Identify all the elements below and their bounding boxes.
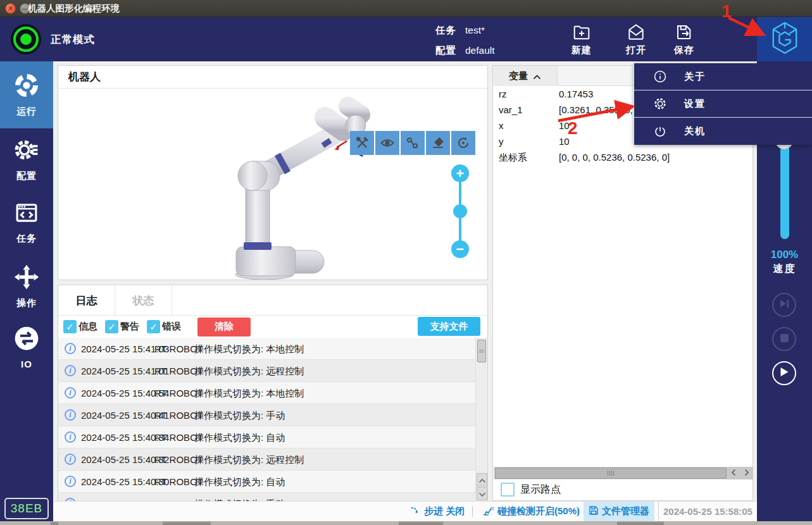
- config-label: 配置: [435, 45, 456, 56]
- info-icon: [653, 70, 667, 83]
- clock: 2024-05-25 15:58:05: [658, 502, 753, 521]
- scroll-left-button[interactable]: [727, 467, 740, 479]
- waypoint-path-button[interactable]: [401, 131, 425, 155]
- hscrollbar-thumb[interactable]: [495, 467, 727, 479]
- sidebar-item-label: 任务: [16, 233, 37, 245]
- menu-item-shutdown[interactable]: 关机: [634, 118, 812, 145]
- close-icon[interactable]: ✕: [5, 3, 16, 14]
- log-scrollbar[interactable]: [475, 338, 487, 501]
- file-manager-button[interactable]: 文件管理器: [584, 502, 654, 521]
- save-task-button[interactable]: 保存: [663, 20, 705, 59]
- play-button[interactable]: [772, 361, 796, 385]
- robot-panel: 机器人: [58, 65, 488, 280]
- variable-value: 0.17453: [559, 86, 593, 102]
- speed-slider-track[interactable]: [780, 142, 789, 239]
- tab-log[interactable]: 日志: [58, 285, 115, 316]
- log-row[interactable]: i2024-05-25 15:40:54RT ROBOT操作模式切换为: 本地控…: [58, 382, 475, 404]
- chevron-right-icon: [744, 467, 749, 479]
- config-value: default: [465, 45, 495, 56]
- stop-icon: [780, 333, 789, 345]
- robot-3d-viewport[interactable]: [58, 89, 487, 280]
- support-files-button[interactable]: 支持文件: [418, 317, 480, 336]
- log-row[interactable]: i2024-05-25 15:40:34RT ROBOT操作模式切换为: 自动: [58, 426, 475, 448]
- stop-button[interactable]: [772, 327, 796, 351]
- log-row[interactable]: i2024-05-25 15:40:08RT ROBOT操作模式切换为: 手动: [58, 493, 475, 501]
- log-filters: ✓ 信息 ✓ 警告 ✓ 错误 清除 支持文件: [58, 316, 487, 338]
- info-icon: i: [65, 431, 76, 443]
- variable-value: [0, 0, 0, 0.5236, 0.5236, 0]: [559, 149, 670, 165]
- new-task-button[interactable]: 新建: [561, 20, 603, 59]
- scrollbar-thumb[interactable]: [477, 340, 486, 362]
- eraser-button[interactable]: [426, 131, 450, 155]
- zoom-in-button[interactable]: [451, 164, 469, 182]
- log-row[interactable]: i2024-05-25 15:41:03RT ROBOT操作模式切换为: 本地控…: [58, 338, 475, 360]
- variable-name: x: [499, 118, 504, 133]
- app-window: ✕ — 机器人图形化编程环境 正常模式 任务test* 配置default 新建…: [0, 0, 812, 525]
- zoom-out-button[interactable]: [451, 240, 469, 258]
- sidebar-item-io[interactable]: IO: [0, 318, 53, 376]
- variable-value: 10: [559, 118, 570, 133]
- clear-log-button[interactable]: 清除: [197, 318, 251, 337]
- tab-status[interactable]: 状态: [115, 285, 172, 316]
- variables-hscrollbar[interactable]: [494, 467, 753, 479]
- speed-label: 速度: [757, 262, 812, 276]
- menu-item-settings[interactable]: 设置: [634, 90, 812, 118]
- step-icon: [410, 505, 421, 517]
- info-icon: i: [65, 387, 76, 398]
- log-list: i2024-05-25 15:41:03RT ROBOT操作模式切换为: 本地控…: [58, 338, 475, 501]
- variables-header-cell[interactable]: 变量: [493, 66, 558, 86]
- info-icon: i: [65, 454, 76, 465]
- config-gear-icon: [13, 137, 40, 166]
- sidebar-item-task[interactable]: 任务: [0, 190, 53, 254]
- zoom-slider-handle[interactable]: [453, 204, 467, 218]
- sidebar-item-config[interactable]: 配置: [0, 128, 53, 190]
- log-message: 操作模式切换为: 自动: [194, 426, 285, 448]
- reset-view-button[interactable]: [451, 131, 475, 155]
- variable-name: var_1: [499, 102, 523, 118]
- menu-item-about[interactable]: 关于: [634, 63, 812, 90]
- new-task-label: 新建: [572, 44, 592, 56]
- app-menu-button[interactable]: [757, 17, 812, 61]
- step-forward-button[interactable]: [772, 293, 796, 317]
- log-message: 操作模式切换为: 远程控制: [194, 360, 304, 382]
- open-task-label: 打开: [626, 44, 646, 56]
- sidebar-item-label: IO: [21, 359, 32, 369]
- tools-button[interactable]: [350, 131, 374, 155]
- filter-warning-checkbox[interactable]: ✓ 警告: [105, 320, 139, 333]
- step-mode-toggle[interactable]: 步进 关闭: [410, 502, 465, 521]
- scroll-right-button[interactable]: [740, 467, 753, 479]
- sidebar-item-run[interactable]: 运行: [0, 61, 53, 128]
- log-row[interactable]: i2024-05-25 15:41:01RT ROBOT操作模式切换为: 远程控…: [58, 360, 475, 382]
- filter-error-checkbox[interactable]: ✓ 错误: [147, 320, 181, 333]
- task-code-icon: [13, 199, 40, 228]
- collapse-caret-icon: [533, 71, 541, 82]
- green-ring-icon: [13, 27, 39, 52]
- show-waypoints-checkbox[interactable]: 显示路点: [501, 483, 561, 497]
- mode-label: 正常模式: [51, 17, 95, 61]
- eraser-icon: [430, 135, 446, 151]
- open-icon: [626, 22, 646, 42]
- topbar: 正常模式 任务test* 配置default 新建 打开 保存: [0, 17, 812, 61]
- scroll-down-button[interactable]: [477, 487, 487, 500]
- scroll-up-button[interactable]: [477, 473, 487, 486]
- variable-row[interactable]: 坐标系[0, 0, 0, 0.5236, 0.5236, 0]: [493, 149, 753, 165]
- log-row[interactable]: i2024-05-25 15:40:32RT ROBOT操作模式切换为: 远程控…: [58, 448, 475, 471]
- sidebar-item-operate[interactable]: 操作: [0, 254, 53, 318]
- open-task-button[interactable]: 打开: [615, 20, 657, 59]
- log-row[interactable]: i2024-05-25 15:40:41RT ROBOT操作模式切换为: 手动: [58, 404, 475, 426]
- log-row[interactable]: i2024-05-25 15:40:30RT ROBOT操作模式切换为: 自动: [58, 471, 475, 493]
- visibility-button[interactable]: [375, 131, 399, 155]
- info-icon: i: [65, 343, 76, 354]
- task-label: 任务: [435, 25, 456, 35]
- check-icon: ✓: [147, 320, 160, 333]
- floppy-disk-icon: [589, 505, 599, 517]
- config-row: 配置default: [435, 44, 495, 58]
- collision-detect-toggle[interactable]: 碰撞检测开启(50%): [482, 502, 580, 521]
- variable-name: rz: [499, 86, 507, 102]
- log-message: 操作模式切换为: 远程控制: [194, 448, 304, 471]
- robot-panel-title: 机器人: [58, 66, 487, 89]
- filter-info-checkbox[interactable]: ✓ 信息: [63, 320, 97, 333]
- desktop-strip: [0, 521, 812, 525]
- move-arrows-icon: [13, 264, 40, 293]
- sidebar-nav: 运行 配置 任务 操作 IO 38EB: [0, 61, 53, 521]
